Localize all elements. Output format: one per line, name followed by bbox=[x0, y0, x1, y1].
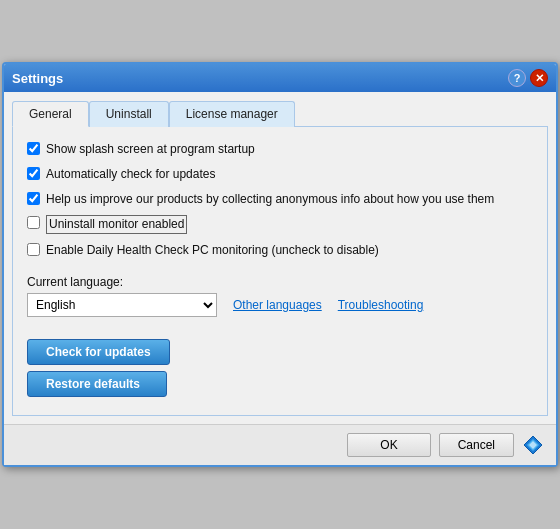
window-body: General Uninstall License manager Show s… bbox=[4, 92, 556, 424]
settings-window: Settings ? ✕ General Uninstall License m… bbox=[2, 62, 558, 467]
checkbox-health-check[interactable] bbox=[27, 243, 40, 256]
action-buttons: Check for updates Restore defaults bbox=[27, 339, 533, 397]
checkbox-auto-updates-label: Automatically check for updates bbox=[46, 166, 215, 183]
other-languages-link[interactable]: Other languages bbox=[233, 298, 322, 312]
troubleshooting-link[interactable]: Troubleshooting bbox=[338, 298, 424, 312]
close-button[interactable]: ✕ bbox=[530, 69, 548, 87]
language-section: Current language: English Other language… bbox=[27, 275, 533, 317]
tab-bar: General Uninstall License manager bbox=[12, 100, 548, 126]
logo-badge bbox=[522, 434, 544, 456]
language-select[interactable]: English bbox=[27, 293, 217, 317]
checkbox-splash[interactable] bbox=[27, 142, 40, 155]
check-for-updates-button[interactable]: Check for updates bbox=[27, 339, 170, 365]
title-bar: Settings ? ✕ bbox=[4, 64, 556, 92]
checkbox-uninstall-monitor-label: Uninstall monitor enabled bbox=[46, 215, 187, 234]
checkbox-row-updates: Automatically check for updates bbox=[27, 166, 533, 183]
language-section-label: Current language: bbox=[27, 275, 533, 289]
checkbox-auto-updates[interactable] bbox=[27, 167, 40, 180]
tab-license-manager[interactable]: License manager bbox=[169, 101, 295, 127]
checkbox-row-improve: Help us improve our products by collecti… bbox=[27, 191, 533, 208]
checkbox-row-uninstall-monitor: Uninstall monitor enabled bbox=[27, 215, 533, 234]
tab-content-general: Show splash screen at program startup Au… bbox=[12, 126, 548, 416]
tab-uninstall[interactable]: Uninstall bbox=[89, 101, 169, 127]
title-bar-controls: ? ✕ bbox=[508, 69, 548, 87]
logo-icon bbox=[522, 434, 544, 456]
help-button[interactable]: ? bbox=[508, 69, 526, 87]
checkbox-row-health-check: Enable Daily Health Check PC monitoring … bbox=[27, 242, 533, 259]
checkbox-health-check-label: Enable Daily Health Check PC monitoring … bbox=[46, 242, 379, 259]
checkbox-row-splash: Show splash screen at program startup bbox=[27, 141, 533, 158]
checkbox-improve-label: Help us improve our products by collecti… bbox=[46, 191, 494, 208]
checkbox-uninstall-monitor[interactable] bbox=[27, 216, 40, 229]
window-title: Settings bbox=[12, 71, 63, 86]
checkbox-splash-label: Show splash screen at program startup bbox=[46, 141, 255, 158]
language-row: English Other languages Troubleshooting bbox=[27, 293, 533, 317]
bottom-bar: OK Cancel bbox=[4, 424, 556, 465]
restore-defaults-button[interactable]: Restore defaults bbox=[27, 371, 167, 397]
checkbox-improve[interactable] bbox=[27, 192, 40, 205]
tab-general[interactable]: General bbox=[12, 101, 89, 127]
cancel-button[interactable]: Cancel bbox=[439, 433, 514, 457]
ok-button[interactable]: OK bbox=[347, 433, 430, 457]
